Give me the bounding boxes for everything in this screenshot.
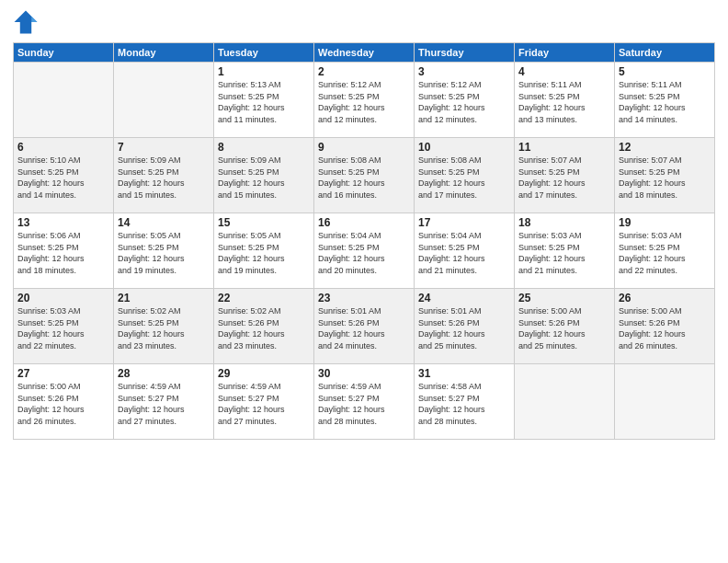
day-info: Sunrise: 5:03 AM Sunset: 5:25 PM Dayligh… <box>619 230 711 276</box>
calendar-week-row: 1Sunrise: 5:13 AM Sunset: 5:25 PM Daylig… <box>14 63 715 138</box>
day-info: Sunrise: 5:09 AM Sunset: 5:25 PM Dayligh… <box>118 155 210 201</box>
day-number: 10 <box>418 141 510 154</box>
calendar-cell: 12Sunrise: 5:07 AM Sunset: 5:25 PM Dayli… <box>615 138 715 213</box>
calendar-cell: 7Sunrise: 5:09 AM Sunset: 5:25 PM Daylig… <box>114 138 214 213</box>
day-info: Sunrise: 5:05 AM Sunset: 5:25 PM Dayligh… <box>218 230 310 276</box>
header <box>13 9 715 35</box>
day-info: Sunrise: 5:12 AM Sunset: 5:25 PM Dayligh… <box>318 79 410 125</box>
day-number: 11 <box>518 141 610 154</box>
day-info: Sunrise: 5:01 AM Sunset: 5:26 PM Dayligh… <box>418 305 510 351</box>
calendar-cell: 5Sunrise: 5:11 AM Sunset: 5:25 PM Daylig… <box>615 63 715 138</box>
calendar-cell: 24Sunrise: 5:01 AM Sunset: 5:26 PM Dayli… <box>415 289 515 364</box>
day-info: Sunrise: 5:13 AM Sunset: 5:25 PM Dayligh… <box>218 79 310 125</box>
day-info: Sunrise: 5:00 AM Sunset: 5:26 PM Dayligh… <box>518 305 610 351</box>
day-info: Sunrise: 5:01 AM Sunset: 5:26 PM Dayligh… <box>318 305 410 351</box>
day-info: Sunrise: 5:02 AM Sunset: 5:26 PM Dayligh… <box>218 305 310 351</box>
day-info: Sunrise: 5:04 AM Sunset: 5:25 PM Dayligh… <box>418 230 510 276</box>
day-number: 21 <box>118 292 210 304</box>
day-info: Sunrise: 5:08 AM Sunset: 5:25 PM Dayligh… <box>318 155 410 201</box>
day-number: 12 <box>619 141 711 154</box>
day-number: 26 <box>619 292 711 304</box>
day-info: Sunrise: 5:00 AM Sunset: 5:26 PM Dayligh… <box>17 381 109 427</box>
day-info: Sunrise: 4:59 AM Sunset: 5:27 PM Dayligh… <box>318 381 410 427</box>
calendar-cell: 19Sunrise: 5:03 AM Sunset: 5:25 PM Dayli… <box>615 213 715 289</box>
calendar-cell: 20Sunrise: 5:03 AM Sunset: 5:25 PM Dayli… <box>14 289 114 364</box>
logo <box>13 9 42 35</box>
calendar-cell <box>114 63 214 138</box>
calendar-cell: 14Sunrise: 5:05 AM Sunset: 5:25 PM Dayli… <box>114 213 214 289</box>
day-info: Sunrise: 5:11 AM Sunset: 5:25 PM Dayligh… <box>518 79 610 125</box>
day-number: 7 <box>118 141 210 154</box>
calendar-cell: 30Sunrise: 4:59 AM Sunset: 5:27 PM Dayli… <box>314 364 415 440</box>
weekday-header-monday: Monday <box>114 43 214 63</box>
calendar-cell: 23Sunrise: 5:01 AM Sunset: 5:26 PM Dayli… <box>314 289 415 364</box>
day-info: Sunrise: 5:11 AM Sunset: 5:25 PM Dayligh… <box>619 79 711 125</box>
calendar-cell: 8Sunrise: 5:09 AM Sunset: 5:25 PM Daylig… <box>214 138 314 213</box>
day-number: 1 <box>218 65 310 78</box>
day-info: Sunrise: 5:07 AM Sunset: 5:25 PM Dayligh… <box>619 155 711 201</box>
calendar-table: SundayMondayTuesdayWednesdayThursdayFrid… <box>13 42 715 440</box>
day-info: Sunrise: 5:06 AM Sunset: 5:25 PM Dayligh… <box>17 230 109 276</box>
day-number: 29 <box>218 367 310 380</box>
calendar-cell: 3Sunrise: 5:12 AM Sunset: 5:25 PM Daylig… <box>415 63 515 138</box>
weekday-header-friday: Friday <box>515 43 615 63</box>
day-info: Sunrise: 4:59 AM Sunset: 5:27 PM Dayligh… <box>218 381 310 427</box>
day-number: 20 <box>17 292 109 304</box>
day-number: 27 <box>17 367 109 380</box>
weekday-header-tuesday: Tuesday <box>214 43 314 63</box>
day-info: Sunrise: 5:03 AM Sunset: 5:25 PM Dayligh… <box>518 230 610 276</box>
day-info: Sunrise: 5:07 AM Sunset: 5:25 PM Dayligh… <box>518 155 610 201</box>
day-number: 2 <box>318 65 410 78</box>
calendar-cell: 26Sunrise: 5:00 AM Sunset: 5:26 PM Dayli… <box>615 289 715 364</box>
weekday-header-sunday: Sunday <box>14 43 114 63</box>
day-info: Sunrise: 5:12 AM Sunset: 5:25 PM Dayligh… <box>418 79 510 125</box>
day-info: Sunrise: 5:05 AM Sunset: 5:25 PM Dayligh… <box>118 230 210 276</box>
calendar-cell: 31Sunrise: 4:58 AM Sunset: 5:27 PM Dayli… <box>415 364 515 440</box>
day-info: Sunrise: 5:02 AM Sunset: 5:25 PM Dayligh… <box>118 305 210 351</box>
day-number: 15 <box>218 216 310 229</box>
day-number: 30 <box>318 367 410 380</box>
day-info: Sunrise: 5:10 AM Sunset: 5:25 PM Dayligh… <box>17 155 109 201</box>
day-info: Sunrise: 5:00 AM Sunset: 5:26 PM Dayligh… <box>619 305 711 351</box>
day-info: Sunrise: 5:09 AM Sunset: 5:25 PM Dayligh… <box>218 155 310 201</box>
svg-marker-1 <box>31 17 37 22</box>
day-info: Sunrise: 5:03 AM Sunset: 5:25 PM Dayligh… <box>17 305 109 351</box>
day-number: 18 <box>518 216 610 229</box>
weekday-header-wednesday: Wednesday <box>314 43 415 63</box>
day-number: 3 <box>418 65 510 78</box>
calendar-cell: 17Sunrise: 5:04 AM Sunset: 5:25 PM Dayli… <box>415 213 515 289</box>
calendar-cell: 15Sunrise: 5:05 AM Sunset: 5:25 PM Dayli… <box>214 213 314 289</box>
day-number: 24 <box>418 292 510 304</box>
calendar-cell: 16Sunrise: 5:04 AM Sunset: 5:25 PM Dayli… <box>314 213 415 289</box>
weekday-header-thursday: Thursday <box>415 43 515 63</box>
calendar-cell: 29Sunrise: 4:59 AM Sunset: 5:27 PM Dayli… <box>214 364 314 440</box>
calendar-cell <box>14 63 114 138</box>
logo-icon <box>13 9 39 35</box>
calendar-cell: 2Sunrise: 5:12 AM Sunset: 5:25 PM Daylig… <box>314 63 415 138</box>
calendar-cell: 4Sunrise: 5:11 AM Sunset: 5:25 PM Daylig… <box>515 63 615 138</box>
day-number: 6 <box>17 141 109 154</box>
calendar-cell: 21Sunrise: 5:02 AM Sunset: 5:25 PM Dayli… <box>114 289 214 364</box>
day-number: 31 <box>418 367 510 380</box>
calendar-cell: 25Sunrise: 5:00 AM Sunset: 5:26 PM Dayli… <box>515 289 615 364</box>
day-number: 28 <box>118 367 210 380</box>
day-number: 5 <box>619 65 711 78</box>
day-info: Sunrise: 5:04 AM Sunset: 5:25 PM Dayligh… <box>318 230 410 276</box>
day-info: Sunrise: 5:08 AM Sunset: 5:25 PM Dayligh… <box>418 155 510 201</box>
calendar-cell: 1Sunrise: 5:13 AM Sunset: 5:25 PM Daylig… <box>214 63 314 138</box>
day-number: 14 <box>118 216 210 229</box>
calendar-cell <box>515 364 615 440</box>
calendar-week-row: 27Sunrise: 5:00 AM Sunset: 5:26 PM Dayli… <box>14 364 715 440</box>
calendar-cell: 11Sunrise: 5:07 AM Sunset: 5:25 PM Dayli… <box>515 138 615 213</box>
calendar-cell: 22Sunrise: 5:02 AM Sunset: 5:26 PM Dayli… <box>214 289 314 364</box>
calendar-cell: 10Sunrise: 5:08 AM Sunset: 5:25 PM Dayli… <box>415 138 515 213</box>
calendar-cell: 13Sunrise: 5:06 AM Sunset: 5:25 PM Dayli… <box>14 213 114 289</box>
day-number: 19 <box>619 216 711 229</box>
day-number: 9 <box>318 141 410 154</box>
calendar-week-row: 20Sunrise: 5:03 AM Sunset: 5:25 PM Dayli… <box>14 289 715 364</box>
calendar-cell <box>615 364 715 440</box>
day-number: 4 <box>518 65 610 78</box>
day-number: 25 <box>518 292 610 304</box>
day-number: 13 <box>17 216 109 229</box>
weekday-header-saturday: Saturday <box>615 43 715 63</box>
